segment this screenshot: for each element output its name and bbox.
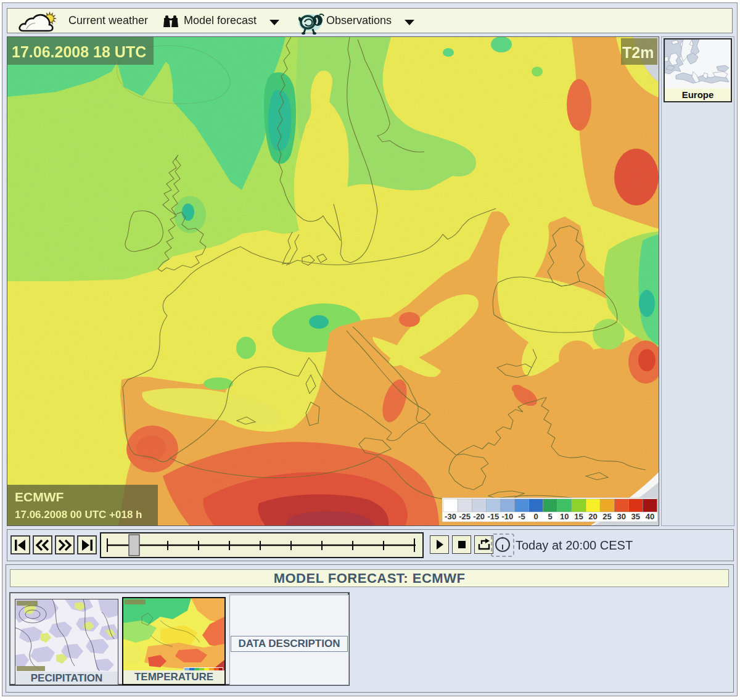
svg-text:10: 10 <box>560 512 569 521</box>
svg-text:15: 15 <box>574 512 583 521</box>
svg-text:40: 40 <box>646 512 654 521</box>
svg-text:30: 30 <box>617 512 625 521</box>
svg-text:17.06.2008 18 UTC: 17.06.2008 18 UTC <box>12 43 146 60</box>
svg-text:-30: -30 <box>445 512 456 521</box>
svg-text:-20: -20 <box>473 512 485 521</box>
svg-text:-15: -15 <box>487 512 499 521</box>
svg-text:-10: -10 <box>502 512 514 521</box>
svg-text:17.06.2008 00 UTC +018 h: 17.06.2008 00 UTC +018 h <box>15 509 142 521</box>
svg-text:25: 25 <box>602 512 611 521</box>
svg-text:ECMWF: ECMWF <box>15 490 64 504</box>
svg-text:T2m: T2m <box>622 44 654 61</box>
svg-text:0: 0 <box>533 512 538 521</box>
svg-text:-5: -5 <box>518 512 525 521</box>
svg-text:5: 5 <box>548 512 553 521</box>
svg-text:20: 20 <box>588 512 597 521</box>
svg-text:-25: -25 <box>459 512 471 521</box>
svg-text:35: 35 <box>631 512 640 521</box>
